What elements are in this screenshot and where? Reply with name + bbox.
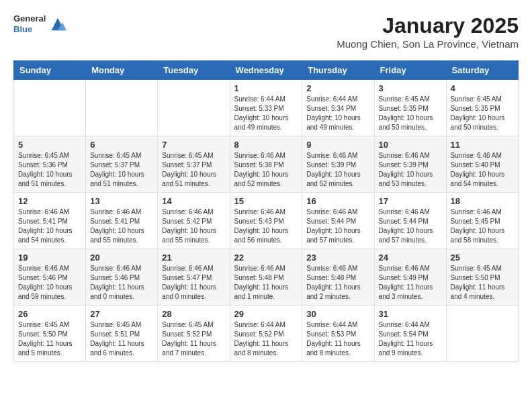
calendar-cell: 21Sunrise: 6:46 AMSunset: 5:47 PMDayligh… bbox=[158, 249, 230, 306]
calendar-cell: 5Sunrise: 6:45 AMSunset: 5:36 PMDaylight… bbox=[14, 136, 86, 193]
header-thursday: Thursday bbox=[302, 61, 374, 80]
day-info: Sunrise: 6:46 AMSunset: 5:42 PMDaylight:… bbox=[162, 208, 225, 245]
day-info: Sunrise: 6:46 AMSunset: 5:43 PMDaylight:… bbox=[234, 208, 298, 245]
day-number: 20 bbox=[90, 253, 153, 263]
day-number: 4 bbox=[451, 83, 514, 93]
calendar-cell: 24Sunrise: 6:46 AMSunset: 5:49 PMDayligh… bbox=[374, 249, 446, 306]
day-number: 30 bbox=[306, 309, 369, 319]
page-subtitle: Muong Chien, Son La Province, Vietnam bbox=[337, 38, 519, 50]
calendar-cell: 23Sunrise: 6:46 AMSunset: 5:48 PMDayligh… bbox=[302, 249, 374, 306]
day-info: Sunrise: 6:45 AMSunset: 5:37 PMDaylight:… bbox=[90, 151, 153, 189]
day-number: 13 bbox=[90, 196, 153, 206]
day-number: 26 bbox=[18, 309, 81, 319]
calendar-cell: 18Sunrise: 6:46 AMSunset: 5:45 PMDayligh… bbox=[446, 193, 518, 249]
day-info: Sunrise: 6:45 AMSunset: 5:35 PMDaylight:… bbox=[451, 95, 514, 132]
week-row-3: 19Sunrise: 6:46 AMSunset: 5:46 PMDayligh… bbox=[14, 249, 519, 306]
day-info: Sunrise: 6:46 AMSunset: 5:44 PMDaylight:… bbox=[379, 208, 442, 245]
logo: General Blue bbox=[13, 13, 67, 34]
calendar-cell: 14Sunrise: 6:46 AMSunset: 5:42 PMDayligh… bbox=[158, 193, 230, 249]
header-friday: Friday bbox=[374, 61, 446, 80]
calendar-cell: 26Sunrise: 6:45 AMSunset: 5:50 PMDayligh… bbox=[14, 306, 86, 362]
day-number: 29 bbox=[234, 309, 298, 319]
day-number: 17 bbox=[379, 196, 442, 206]
day-number: 31 bbox=[379, 309, 442, 319]
day-info: Sunrise: 6:46 AMSunset: 5:45 PMDaylight:… bbox=[451, 208, 514, 245]
calendar-cell: 6Sunrise: 6:45 AMSunset: 5:37 PMDaylight… bbox=[86, 136, 158, 193]
calendar-cell: 17Sunrise: 6:46 AMSunset: 5:44 PMDayligh… bbox=[374, 193, 446, 249]
day-info: Sunrise: 6:46 AMSunset: 5:44 PMDaylight:… bbox=[306, 208, 369, 245]
day-info: Sunrise: 6:44 AMSunset: 5:34 PMDaylight:… bbox=[306, 95, 369, 132]
week-row-2: 12Sunrise: 6:46 AMSunset: 5:41 PMDayligh… bbox=[14, 193, 519, 249]
day-info: Sunrise: 6:45 AMSunset: 5:36 PMDaylight:… bbox=[18, 151, 81, 189]
day-info: Sunrise: 6:46 AMSunset: 5:48 PMDaylight:… bbox=[234, 264, 298, 302]
calendar-cell: 11Sunrise: 6:46 AMSunset: 5:40 PMDayligh… bbox=[446, 136, 518, 193]
calendar-cell: 12Sunrise: 6:46 AMSunset: 5:41 PMDayligh… bbox=[14, 193, 86, 249]
day-number: 16 bbox=[306, 196, 369, 206]
calendar-cell: 1Sunrise: 6:44 AMSunset: 5:33 PMDaylight… bbox=[230, 80, 302, 136]
day-number: 22 bbox=[234, 253, 298, 263]
calendar-cell: 7Sunrise: 6:45 AMSunset: 5:37 PMDaylight… bbox=[158, 136, 230, 193]
calendar-cell bbox=[446, 306, 518, 362]
calendar-cell: 8Sunrise: 6:46 AMSunset: 5:38 PMDaylight… bbox=[230, 136, 302, 193]
day-info: Sunrise: 6:45 AMSunset: 5:52 PMDaylight:… bbox=[162, 320, 225, 358]
calendar-cell: 22Sunrise: 6:46 AMSunset: 5:48 PMDayligh… bbox=[230, 249, 302, 306]
day-info: Sunrise: 6:46 AMSunset: 5:48 PMDaylight:… bbox=[306, 264, 369, 302]
day-number: 6 bbox=[90, 140, 153, 150]
calendar-cell: 29Sunrise: 6:44 AMSunset: 5:52 PMDayligh… bbox=[230, 306, 302, 362]
day-number: 12 bbox=[18, 196, 81, 206]
day-number: 19 bbox=[18, 253, 81, 263]
day-number: 9 bbox=[306, 140, 369, 150]
calendar-cell: 3Sunrise: 6:45 AMSunset: 5:35 PMDaylight… bbox=[374, 80, 446, 136]
logo-general: General bbox=[13, 13, 46, 24]
day-number: 21 bbox=[162, 253, 225, 263]
calendar-table: SundayMondayTuesdayWednesdayThursdayFrid… bbox=[13, 60, 519, 362]
page-header: General Blue January 2025 Muong Chien, S… bbox=[13, 13, 519, 50]
day-number: 1 bbox=[234, 83, 298, 93]
day-number: 11 bbox=[451, 140, 514, 150]
calendar-cell: 30Sunrise: 6:44 AMSunset: 5:53 PMDayligh… bbox=[302, 306, 374, 362]
calendar-cell: 19Sunrise: 6:46 AMSunset: 5:46 PMDayligh… bbox=[14, 249, 86, 306]
day-info: Sunrise: 6:44 AMSunset: 5:53 PMDaylight:… bbox=[306, 320, 369, 358]
page-title: January 2025 bbox=[337, 13, 519, 38]
day-info: Sunrise: 6:45 AMSunset: 5:50 PMDaylight:… bbox=[451, 264, 514, 302]
calendar-cell bbox=[86, 80, 158, 136]
calendar-cell: 20Sunrise: 6:46 AMSunset: 5:46 PMDayligh… bbox=[86, 249, 158, 306]
header-saturday: Saturday bbox=[446, 61, 518, 80]
day-info: Sunrise: 6:46 AMSunset: 5:40 PMDaylight:… bbox=[451, 151, 514, 189]
day-info: Sunrise: 6:46 AMSunset: 5:39 PMDaylight:… bbox=[306, 151, 369, 189]
header-monday: Monday bbox=[86, 61, 158, 80]
logo-text: General Blue bbox=[13, 13, 46, 34]
calendar-cell: 31Sunrise: 6:44 AMSunset: 5:54 PMDayligh… bbox=[374, 306, 446, 362]
day-info: Sunrise: 6:46 AMSunset: 5:46 PMDaylight:… bbox=[90, 264, 153, 302]
day-number: 3 bbox=[379, 83, 442, 93]
week-row-1: 5Sunrise: 6:45 AMSunset: 5:36 PMDaylight… bbox=[14, 136, 519, 193]
calendar-cell bbox=[158, 80, 230, 136]
day-info: Sunrise: 6:46 AMSunset: 5:47 PMDaylight:… bbox=[162, 264, 225, 302]
calendar-cell: 25Sunrise: 6:45 AMSunset: 5:50 PMDayligh… bbox=[446, 249, 518, 306]
calendar-cell: 4Sunrise: 6:45 AMSunset: 5:35 PMDaylight… bbox=[446, 80, 518, 136]
day-number: 23 bbox=[306, 253, 369, 263]
day-info: Sunrise: 6:45 AMSunset: 5:37 PMDaylight:… bbox=[162, 151, 225, 189]
day-info: Sunrise: 6:46 AMSunset: 5:41 PMDaylight:… bbox=[90, 208, 153, 245]
day-info: Sunrise: 6:46 AMSunset: 5:49 PMDaylight:… bbox=[379, 264, 442, 302]
calendar-header-row: SundayMondayTuesdayWednesdayThursdayFrid… bbox=[14, 61, 519, 80]
day-info: Sunrise: 6:46 AMSunset: 5:39 PMDaylight:… bbox=[379, 151, 442, 189]
day-info: Sunrise: 6:45 AMSunset: 5:51 PMDaylight:… bbox=[90, 320, 153, 358]
logo-blue: Blue bbox=[13, 24, 46, 35]
calendar-cell: 15Sunrise: 6:46 AMSunset: 5:43 PMDayligh… bbox=[230, 193, 302, 249]
day-number: 14 bbox=[162, 196, 225, 206]
day-info: Sunrise: 6:46 AMSunset: 5:46 PMDaylight:… bbox=[18, 264, 81, 302]
day-number: 25 bbox=[451, 253, 514, 263]
logo-icon bbox=[48, 15, 67, 34]
day-number: 18 bbox=[451, 196, 514, 206]
day-info: Sunrise: 6:46 AMSunset: 5:41 PMDaylight:… bbox=[18, 208, 81, 245]
day-number: 24 bbox=[379, 253, 442, 263]
day-info: Sunrise: 6:46 AMSunset: 5:38 PMDaylight:… bbox=[234, 151, 298, 189]
calendar-cell: 2Sunrise: 6:44 AMSunset: 5:34 PMDaylight… bbox=[302, 80, 374, 136]
day-number: 15 bbox=[234, 196, 298, 206]
day-info: Sunrise: 6:44 AMSunset: 5:52 PMDaylight:… bbox=[234, 320, 298, 358]
week-row-0: 1Sunrise: 6:44 AMSunset: 5:33 PMDaylight… bbox=[14, 80, 519, 136]
header-tuesday: Tuesday bbox=[158, 61, 230, 80]
calendar-cell: 9Sunrise: 6:46 AMSunset: 5:39 PMDaylight… bbox=[302, 136, 374, 193]
day-info: Sunrise: 6:45 AMSunset: 5:35 PMDaylight:… bbox=[379, 95, 442, 132]
